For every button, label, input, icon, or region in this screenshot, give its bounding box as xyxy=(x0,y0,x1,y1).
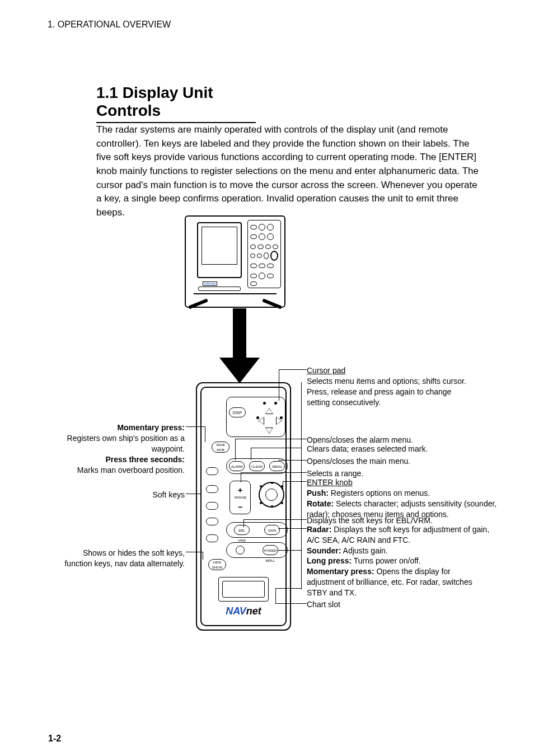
leader-line xyxy=(279,369,279,401)
leader-line xyxy=(241,472,307,473)
body-paragraph: The radar systems are mainly operated wi… xyxy=(96,123,484,219)
leader-line xyxy=(283,481,283,489)
disp-key: DISP xyxy=(229,407,246,417)
alarm-clear-menu-row: ALARM CLEAR MENU xyxy=(226,458,288,474)
arrow-head-icon xyxy=(219,358,260,383)
leader-line xyxy=(186,426,205,427)
ebl-gain-row: EBLVRM GAIN xyxy=(226,522,288,538)
soft-key xyxy=(206,534,218,542)
leader-line xyxy=(243,519,244,527)
leader-line xyxy=(278,460,307,461)
callout-cursor-pad: Cursor pad Selects menu items and option… xyxy=(307,365,475,408)
callout-menu: Opens/closes the main menu. xyxy=(307,456,480,467)
chart-slot xyxy=(218,577,269,602)
leader-line xyxy=(291,439,307,439)
leader-line xyxy=(186,494,200,494)
leader-line xyxy=(243,519,307,520)
callout-soft-keys: Soft keys xyxy=(84,490,185,500)
callout-gain: Radar: Displays the soft keys for adjust… xyxy=(307,524,497,556)
small-device-outline: NAVnet xyxy=(185,215,285,308)
clear-key: CLEAR xyxy=(249,461,265,471)
navnet-logo: NAVnet xyxy=(202,605,285,617)
soft-key xyxy=(206,518,218,525)
leader-line xyxy=(275,588,301,589)
callout-hide-show: Shows or hides the soft keys, function k… xyxy=(62,548,185,569)
hide-show-key: HIDESHOW xyxy=(208,559,226,570)
alarm-key: ALARM xyxy=(229,461,245,471)
leader-line xyxy=(251,448,291,448)
save-mob-key: SAVEMOB xyxy=(212,442,229,453)
power-led xyxy=(236,546,245,555)
cursor-pad: DISP xyxy=(226,397,285,437)
gain-key: GAIN xyxy=(264,525,280,535)
leader-line xyxy=(241,472,241,482)
section-title: 1.1 Display Unit Controls xyxy=(96,84,256,123)
leader-line xyxy=(278,550,301,551)
page-number: 1-2 xyxy=(48,734,61,744)
callout-chart-slot: Chart slot xyxy=(307,599,419,610)
leader-line xyxy=(301,550,302,560)
power-brill-key: POWERBRILL xyxy=(263,545,278,555)
figure-display-controls: NAVnet DISP SAVEMOB ALARM CLEAR MENU xyxy=(0,215,534,641)
soft-key xyxy=(206,467,218,475)
soft-key xyxy=(206,485,218,493)
running-header: 1. OPERATIONAL OVERVIEW xyxy=(48,20,171,30)
leader-line xyxy=(251,448,251,460)
leader-line xyxy=(291,448,301,448)
leader-line xyxy=(203,552,203,560)
leader-line xyxy=(186,552,203,552)
leader-line xyxy=(279,369,307,370)
range-enter-group: + RANGE − xyxy=(226,478,288,516)
menu-key: MENU xyxy=(269,461,285,471)
leader-line xyxy=(205,426,205,442)
leader-line xyxy=(235,439,236,460)
leader-line xyxy=(275,603,307,604)
enter-knob xyxy=(259,482,284,508)
callout-save-mob: Momentary press: Registers own ship's po… xyxy=(34,422,185,475)
leader-line xyxy=(235,439,291,439)
control-panel-outline: DISP SAVEMOB ALARM CLEAR MENU + R xyxy=(196,382,291,631)
leader-line xyxy=(283,481,307,482)
range-key: + RANGE − xyxy=(229,481,251,514)
ebl-vrm-key: EBLVRM xyxy=(234,525,250,535)
leader-line xyxy=(278,528,307,529)
arrow-icon xyxy=(233,308,246,359)
leader-line xyxy=(275,588,276,603)
callout-enter-knob: ENTER knob Push: Registers options on me… xyxy=(307,477,497,520)
small-logo: NAVnet xyxy=(203,281,217,286)
callout-power: Long press: Turns power on/off. Momentar… xyxy=(307,556,486,598)
callout-clear: Clears data; erases selected mark. xyxy=(307,444,480,454)
soft-key xyxy=(206,502,218,510)
